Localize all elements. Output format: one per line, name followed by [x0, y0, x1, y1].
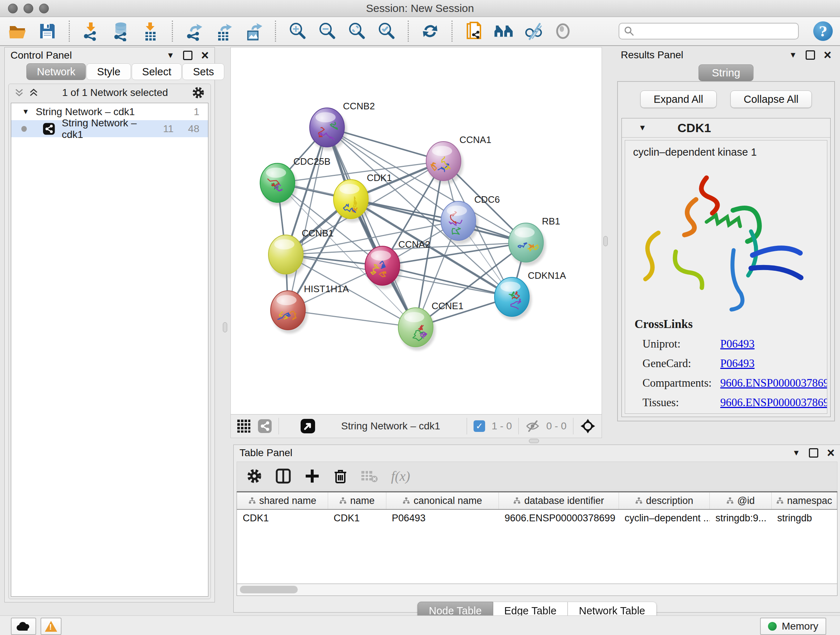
right-splitter-handle[interactable] — [603, 236, 608, 246]
entry-expander-icon[interactable]: ▼ — [638, 123, 646, 133]
share-clipboard-button[interactable] — [463, 21, 485, 42]
collapse-panel-icon[interactable]: ▼ — [792, 448, 800, 458]
export-image-button[interactable] — [243, 21, 264, 42]
graph-node-RB1[interactable]: RB1 — [508, 216, 561, 262]
control-panel-tabs: NetworkStyleSelectSets — [5, 63, 215, 80]
node-label: CDKN1A — [528, 270, 566, 281]
tree-expander-icon[interactable]: ▼ — [22, 108, 29, 116]
column-header[interactable]: @id — [710, 492, 772, 509]
traffic-lights — [8, 4, 49, 13]
zoom-fit-button[interactable] — [346, 21, 367, 42]
column-header[interactable]: name — [328, 492, 386, 509]
node-label: CDC6 — [474, 194, 500, 205]
crosslink-row: GeneCard:P06493 — [635, 357, 818, 370]
export-image-icon — [243, 21, 264, 41]
column-header[interactable]: description — [619, 492, 709, 509]
column-header[interactable]: shared name — [237, 492, 328, 509]
network-view[interactable]: CCNB2CCNA1CDC25BCDK1CDC6RB1CCNB1CCNA2CDK… — [231, 47, 602, 438]
string-home-button[interactable] — [493, 21, 514, 42]
open-session-button[interactable] — [7, 21, 28, 42]
collapse-all-icon[interactable] — [14, 88, 24, 97]
protein-structure-image — [625, 160, 821, 312]
bottom-splitter-handle[interactable] — [529, 439, 539, 443]
birdseye-view-icon[interactable] — [300, 418, 316, 434]
minimize-window-button[interactable] — [24, 4, 33, 13]
node-table[interactable]: shared namenamecanonical namedatabase id… — [237, 491, 837, 584]
collapse-panel-icon[interactable]: ▼ — [166, 51, 174, 60]
column-header[interactable]: namespac — [772, 492, 837, 509]
cloud-status-button[interactable] — [11, 618, 36, 635]
toolbar-separator — [408, 21, 409, 42]
crosslink-link[interactable]: 9606.ENSP00000378699 — [720, 377, 827, 390]
results-panel: Results Panel ▼ × String Expand All Coll… — [615, 47, 837, 437]
column-header[interactable]: database identifier — [499, 492, 619, 509]
warnings-button[interactable] — [41, 618, 62, 635]
collection-count: 1 — [194, 106, 199, 118]
tab-style[interactable]: Style — [87, 63, 131, 80]
crosslink-row: Uniprot:P06493 — [635, 337, 818, 350]
gear-icon[interactable] — [192, 86, 205, 99]
column-header[interactable]: canonical name — [386, 492, 499, 509]
highlight-button[interactable] — [553, 21, 573, 42]
share-view-icon[interactable] — [257, 419, 272, 433]
node-label: CCNE1 — [431, 301, 463, 311]
selected-checkbox-icon[interactable]: ✓ — [474, 420, 485, 432]
zoom-window-button[interactable] — [39, 4, 49, 13]
export-table-button[interactable] — [213, 21, 234, 42]
graph-node-HIST1H1A[interactable]: HIST1H1A — [271, 283, 349, 330]
save-session-button[interactable] — [37, 21, 58, 42]
network-row[interactable]: String Network – cdk1 11 48 — [11, 120, 208, 137]
expand-all-button[interactable]: Expand All — [640, 90, 717, 108]
import-network-database-button[interactable] — [111, 21, 131, 42]
import-table-button[interactable] — [140, 21, 161, 42]
float-panel-icon[interactable] — [183, 51, 193, 60]
collapse-panel-icon[interactable]: ▼ — [789, 50, 797, 60]
node-label: RB1 — [542, 216, 561, 226]
results-tab-string[interactable]: String — [699, 65, 753, 81]
float-panel-icon[interactable] — [806, 50, 815, 60]
crosslink-link[interactable]: P06493 — [720, 357, 755, 370]
zoom-out-button[interactable] — [317, 21, 338, 42]
export-network-button[interactable] — [184, 21, 205, 42]
scrollbar-thumb[interactable] — [240, 586, 298, 593]
crosslink-link[interactable]: 9606.ENSP00000378699 — [720, 396, 827, 409]
search-input[interactable] — [638, 25, 794, 37]
hidden-eye-slash-icon[interactable] — [525, 420, 540, 432]
table-settings-gear-icon[interactable] — [246, 468, 262, 484]
network-canvas[interactable]: CCNB2CCNA1CDC25BCDK1CDC6RB1CCNB1CCNA2CDK… — [231, 48, 601, 414]
toolbar-separator — [172, 21, 173, 42]
table-horizontal-scrollbar[interactable] — [237, 584, 837, 596]
add-column-icon[interactable] — [304, 468, 320, 484]
tab-select[interactable]: Select — [132, 63, 182, 80]
close-panel-icon[interactable]: × — [824, 51, 831, 59]
tab-network[interactable]: Network — [27, 63, 86, 80]
result-entry-header[interactable]: ▼ CDK1 — [622, 119, 830, 138]
graph-node-CDK1[interactable]: CDK1 — [333, 172, 392, 219]
left-splitter-handle[interactable] — [223, 322, 227, 333]
hide-unhide-button[interactable] — [523, 21, 544, 42]
expand-all-icon[interactable] — [29, 88, 38, 97]
crosslink-link[interactable]: P06493 — [720, 337, 755, 350]
table-toolbar: f(x) — [237, 462, 837, 491]
help-button[interactable]: ? — [813, 21, 833, 41]
tab-sets[interactable]: Sets — [182, 63, 224, 80]
zoom-in-button[interactable] — [287, 21, 308, 42]
results-panel-title: Results Panel — [621, 49, 684, 61]
delete-column-trash-icon[interactable] — [333, 468, 347, 484]
float-panel-icon[interactable] — [809, 448, 818, 458]
import-network-file-button[interactable] — [81, 21, 102, 42]
refresh-button[interactable] — [420, 21, 441, 42]
close-panel-icon[interactable]: × — [827, 449, 835, 456]
column-tree-icon — [339, 497, 347, 504]
show-columns-icon[interactable] — [275, 468, 291, 484]
grid-view-icon[interactable] — [237, 419, 251, 433]
memory-button[interactable]: Memory — [760, 618, 826, 635]
close-panel-icon[interactable]: × — [201, 52, 209, 59]
current-network-name: String Network – cdk1 — [341, 420, 440, 432]
zoom-selected-button[interactable] — [376, 21, 397, 42]
fit-selected-crosshair-icon[interactable] — [580, 418, 596, 434]
collapse-all-button[interactable]: Collapse All — [730, 90, 812, 108]
close-window-button[interactable] — [8, 4, 18, 13]
result-entry-body: cyclin–dependent kinase 1 — [625, 140, 827, 414]
table-row[interactable]: CDK1CDK1P064939606.ENSP00000378699cyclin… — [237, 509, 837, 526]
